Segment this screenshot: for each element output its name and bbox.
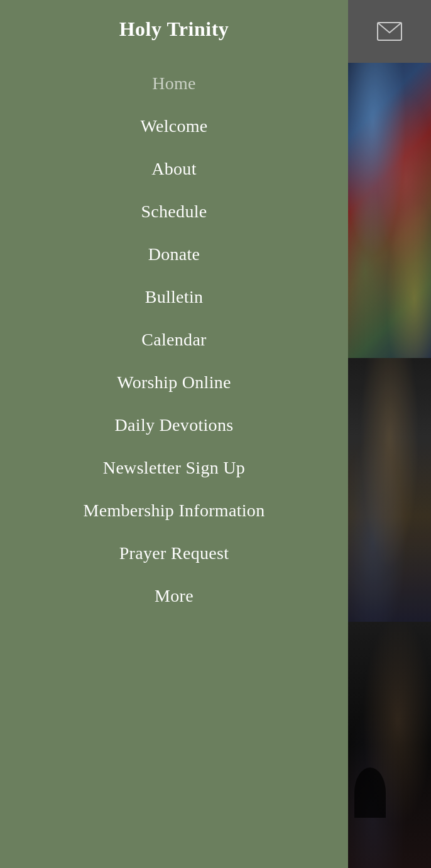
app-title: Holy Trinity (119, 18, 229, 40)
church-image-congregation (348, 622, 431, 868)
nav-item-more[interactable]: More (0, 575, 348, 617)
nav-item-donate[interactable]: Donate (0, 233, 348, 276)
church-image-stained-glass (348, 63, 431, 358)
nav-item-bulletin[interactable]: Bulletin (0, 276, 348, 318)
nav-item-membership-information[interactable]: Membership Information (0, 489, 348, 532)
image-panel (348, 0, 431, 868)
nav-item-calendar[interactable]: Calendar (0, 318, 348, 361)
nav-item-home[interactable]: Home (0, 62, 348, 105)
nav-item-about[interactable]: About (0, 148, 348, 190)
nav-item-daily-devotions[interactable]: Daily Devotions (0, 404, 348, 447)
nav-item-welcome[interactable]: Welcome (0, 105, 348, 148)
nav-panel: Holy Trinity Home Welcome About Schedule… (0, 0, 348, 868)
nav-item-newsletter-sign-up[interactable]: Newsletter Sign Up (0, 447, 348, 489)
email-button[interactable] (348, 0, 431, 63)
nav-item-worship-online[interactable]: Worship Online (0, 361, 348, 404)
page-wrapper: Holy Trinity Home Welcome About Schedule… (0, 0, 431, 868)
email-icon (377, 22, 402, 41)
church-image-interior (348, 358, 431, 622)
nav-header: Holy Trinity (0, 0, 348, 56)
nav-item-schedule[interactable]: Schedule (0, 190, 348, 233)
nav-items: Home Welcome About Schedule Donate Bulle… (0, 56, 348, 624)
nav-item-prayer-request[interactable]: Prayer Request (0, 532, 348, 575)
